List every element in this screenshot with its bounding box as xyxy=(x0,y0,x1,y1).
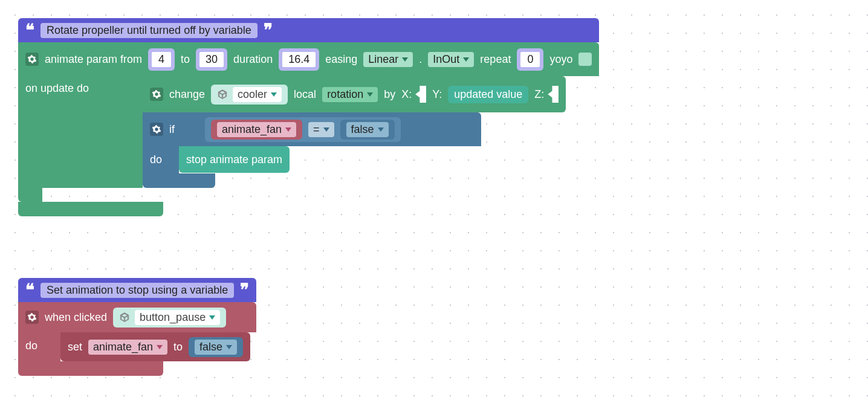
gear-icon[interactable] xyxy=(150,88,163,101)
object-dropdown[interactable]: button_pause xyxy=(135,310,220,325)
chevron-down-icon xyxy=(271,92,277,97)
if-block[interactable]: if animate_fan = false xyxy=(143,112,481,146)
variable-dropdown[interactable]: animate_fan xyxy=(217,122,296,137)
event-do-column: do xyxy=(18,332,60,361)
yoyo-checkbox[interactable] xyxy=(578,53,592,66)
easing-dropdown[interactable]: Linear xyxy=(363,52,413,67)
label: duration xyxy=(233,53,273,66)
label: set xyxy=(68,341,82,353)
object-socket[interactable]: button_pause xyxy=(113,308,226,327)
comment-text[interactable]: Rotate propeller until turned off by var… xyxy=(40,23,257,38)
to-socket[interactable]: 30 xyxy=(196,48,227,71)
event-block-foot xyxy=(18,361,163,376)
label: to xyxy=(173,341,183,353)
label: . xyxy=(419,53,422,66)
quote-open-icon: ❝ xyxy=(25,22,34,39)
if-do-column: do xyxy=(143,146,179,173)
y-label: Y: xyxy=(432,88,442,101)
chevron-down-icon xyxy=(209,315,215,320)
duration-input[interactable]: 16.4 xyxy=(281,51,317,68)
x-label: X: xyxy=(401,88,412,101)
y-value-block[interactable]: updated value xyxy=(448,86,528,103)
chevron-down-icon xyxy=(367,92,373,97)
animate-block-bar xyxy=(18,187,42,202)
gear-icon[interactable] xyxy=(25,53,39,66)
z-label: Z: xyxy=(534,88,544,101)
z-socket[interactable] xyxy=(548,86,559,103)
comment-block[interactable]: ❝ Rotate propeller until turned off by v… xyxy=(18,18,599,42)
cube-icon xyxy=(217,89,228,100)
label: to xyxy=(181,53,190,66)
property-dropdown[interactable]: rotation xyxy=(322,87,378,102)
label: change xyxy=(169,88,205,101)
quote-close-icon: ❞ xyxy=(264,22,273,39)
compare-block[interactable]: animate_fan = false xyxy=(205,117,401,142)
block-stack-1[interactable]: ❝ Rotate propeller until turned off by v… xyxy=(18,18,599,216)
bool-dropdown[interactable]: false xyxy=(346,122,389,137)
chevron-down-icon xyxy=(463,57,469,62)
set-variable-block[interactable]: set animate_fan to false xyxy=(60,332,250,361)
duration-socket[interactable]: 16.4 xyxy=(279,48,319,71)
stop-animate-block[interactable]: stop animate param xyxy=(179,146,290,173)
repeat-socket[interactable]: 0 xyxy=(517,48,543,71)
label: if xyxy=(169,123,175,136)
variable-block[interactable]: animate_fan xyxy=(211,120,302,140)
bool-block[interactable]: false xyxy=(189,337,243,357)
chevron-down-icon xyxy=(402,57,408,62)
object-socket[interactable]: cooler xyxy=(211,85,288,105)
easing-mode-dropdown[interactable]: InOut xyxy=(428,52,474,67)
operator-dropdown[interactable]: = xyxy=(308,122,334,137)
cube-icon xyxy=(119,312,130,323)
x-socket[interactable] xyxy=(415,86,426,103)
animate-block-foot xyxy=(18,202,163,216)
bool-block[interactable]: false xyxy=(340,120,395,140)
comment-block[interactable]: ❝ Set animation to stop using a variable… xyxy=(18,278,256,302)
label: repeat xyxy=(480,53,511,66)
quote-close-icon: ❞ xyxy=(240,282,249,298)
if-block-foot xyxy=(143,173,215,188)
label: animate param from xyxy=(45,53,142,66)
chevron-down-icon xyxy=(323,127,329,132)
on-update-label-column: on update do xyxy=(18,76,143,188)
chevron-down-icon xyxy=(157,345,163,349)
variable-dropdown[interactable]: animate_fan xyxy=(88,340,167,355)
label: yoyo xyxy=(549,53,572,66)
block-stack-2[interactable]: ❝ Set animation to stop using a variable… xyxy=(18,278,256,376)
chevron-down-icon xyxy=(226,345,232,349)
when-clicked-block[interactable]: when clicked button_pause xyxy=(18,302,256,332)
chevron-down-icon xyxy=(285,127,291,132)
label: local xyxy=(294,88,316,101)
object-dropdown[interactable]: cooler xyxy=(233,87,282,102)
repeat-input[interactable]: 0 xyxy=(519,51,541,68)
bool-dropdown[interactable]: false xyxy=(195,340,237,355)
gear-icon[interactable] xyxy=(25,311,39,324)
chevron-down-icon xyxy=(378,127,384,132)
comment-text[interactable]: Set animation to stop using a variable xyxy=(40,283,234,298)
animate-param-block[interactable]: animate param from 4 to 30 duration 16.4… xyxy=(18,42,599,76)
from-input[interactable]: 4 xyxy=(151,51,172,68)
label: by xyxy=(384,88,395,101)
change-block[interactable]: change cooler local rotation by X: Y: up… xyxy=(143,76,566,112)
to-input[interactable]: 30 xyxy=(198,51,225,68)
label: when clicked xyxy=(45,311,107,324)
label: easing xyxy=(325,53,357,66)
quote-open-icon: ❝ xyxy=(25,282,34,298)
from-socket[interactable]: 4 xyxy=(148,48,175,71)
gear-icon[interactable] xyxy=(150,123,163,136)
